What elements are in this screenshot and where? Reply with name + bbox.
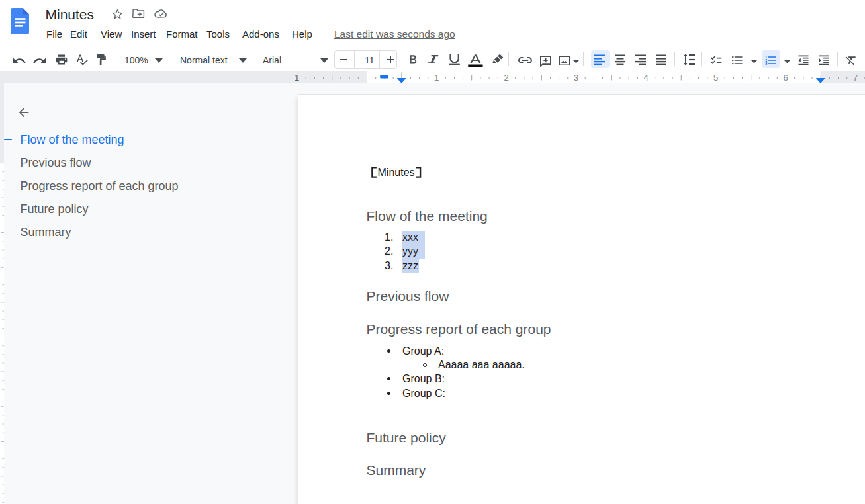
svg-text:2: 2 — [504, 73, 508, 83]
svg-text:1: 1 — [295, 73, 299, 83]
svg-text:4: 4 — [643, 73, 648, 83]
svg-text:1: 1 — [434, 73, 439, 83]
svg-text:3: 3 — [574, 73, 578, 83]
svg-text:7: 7 — [853, 73, 858, 83]
svg-text:6: 6 — [783, 73, 788, 83]
svg-text:5: 5 — [713, 73, 718, 83]
